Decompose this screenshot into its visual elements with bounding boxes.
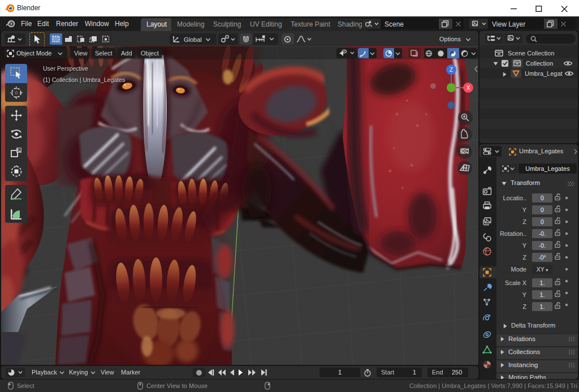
svg-text:X: X [466,85,470,91]
svg-text:Z: Z [450,67,453,73]
